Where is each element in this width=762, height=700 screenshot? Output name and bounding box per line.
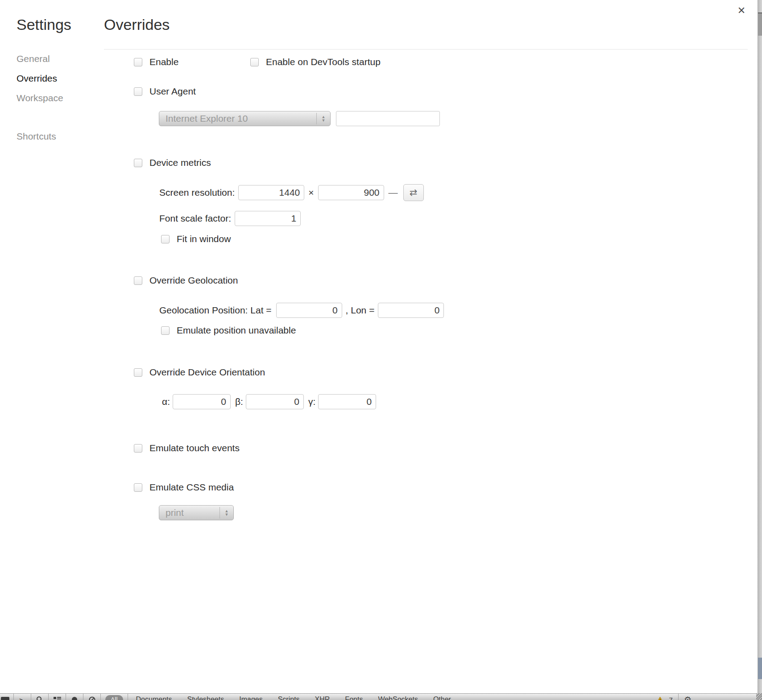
- override-orientation-checkbox[interactable]: [134, 368, 142, 377]
- emulate-touch-checkbox[interactable]: [134, 444, 142, 453]
- user-agent-selected-value: Internet Explorer 10: [159, 113, 316, 124]
- filter-all-button[interactable]: All: [105, 695, 123, 700]
- scrollbar-thumb-lower[interactable]: [758, 658, 762, 679]
- font-scale-label: Font scale factor:: [159, 213, 231, 224]
- orientation-values-row: α: β: γ:: [162, 393, 376, 411]
- user-agent-row: User Agent: [134, 86, 196, 97]
- filter-fonts[interactable]: Fonts: [345, 696, 363, 700]
- override-orientation-label: Override Device Orientation: [149, 367, 265, 378]
- user-agent-select-row: Internet Explorer 10 ▲ ▼: [159, 111, 440, 127]
- enable-on-startup-label: Enable on DevTools startup: [266, 57, 381, 67]
- fit-in-window-checkbox[interactable]: [161, 235, 170, 243]
- geolocation-position-row: Geolocation Position: Lat = , Lon =: [159, 301, 444, 319]
- sidebar-item-overrides[interactable]: Overrides: [17, 73, 57, 84]
- sidebar-item-general[interactable]: General: [17, 54, 50, 64]
- device-metrics-row: Device metrics: [134, 157, 211, 168]
- resize-grip[interactable]: [756, 693, 762, 700]
- alpha-label: α:: [162, 396, 170, 407]
- beta-input[interactable]: [246, 394, 304, 409]
- enable-checkbox[interactable]: [134, 58, 142, 66]
- user-agent-custom-input[interactable]: [336, 111, 440, 126]
- override-geolocation-checkbox[interactable]: [134, 276, 142, 285]
- settings-dialog: ✕ Settings Overrides General Overrides W…: [0, 0, 758, 693]
- filter-documents[interactable]: Documents: [136, 696, 172, 700]
- overrides-panel: Enable Enable on DevTools startup User A…: [104, 0, 752, 693]
- user-agent-select[interactable]: Internet Explorer 10 ▲ ▼: [159, 111, 331, 126]
- gamma-input[interactable]: [318, 394, 376, 409]
- list-icon: [54, 696, 61, 700]
- filter-images[interactable]: Images: [239, 696, 262, 700]
- gamma-label: γ:: [308, 396, 315, 407]
- select-arrows-icon: ▲ ▼: [220, 509, 233, 516]
- geolocation-position-label: Geolocation Position: Lat =: [159, 305, 272, 316]
- console-drawer-button[interactable]: >_: [14, 694, 31, 700]
- emulate-css-media-checkbox[interactable]: [134, 483, 142, 492]
- dash-glyph: —: [389, 187, 398, 198]
- status-bar-inner: >_: [0, 694, 762, 700]
- css-media-select-row: print ▲ ▼: [159, 505, 234, 521]
- swap-dimensions-button[interactable]: ⇄: [403, 184, 424, 201]
- user-agent-label: User Agent: [149, 86, 196, 97]
- emulate-position-unavailable-row: Emulate position unavailable: [161, 325, 296, 336]
- emulate-position-unavailable-checkbox[interactable]: [161, 326, 170, 335]
- emulate-position-unavailable-label: Emulate position unavailable: [177, 325, 296, 336]
- filter-stylesheets[interactable]: Stylesheets: [187, 696, 224, 700]
- device-metrics-label: Device metrics: [149, 157, 211, 168]
- gear-icon[interactable]: ⚙: [684, 695, 692, 700]
- search-button[interactable]: [31, 694, 49, 700]
- toolbar-divider: [128, 694, 128, 700]
- warning-icon[interactable]: [656, 696, 664, 700]
- clear-icon: [89, 696, 95, 700]
- override-geolocation-row: Override Geolocation: [134, 275, 238, 286]
- css-media-selected-value: print: [159, 507, 219, 518]
- screen-resolution-label: Screen resolution:: [159, 187, 235, 198]
- sidebar-item-shortcuts[interactable]: Shortcuts: [17, 131, 56, 142]
- filter-xhr[interactable]: XHR: [315, 696, 330, 700]
- user-agent-checkbox[interactable]: [134, 87, 142, 96]
- enable-startup-row: Enable on DevTools startup: [250, 57, 381, 67]
- override-geolocation-label: Override Geolocation: [149, 275, 238, 286]
- device-metrics-checkbox[interactable]: [134, 159, 142, 167]
- latitude-input[interactable]: [276, 303, 342, 318]
- devtools-status-bar: >_: [0, 693, 762, 700]
- filter-scripts[interactable]: Scripts: [278, 696, 300, 700]
- emulate-css-media-label: Emulate CSS media: [149, 482, 234, 493]
- scrollbar-thumb[interactable]: [758, 12, 762, 36]
- css-media-select[interactable]: print ▲ ▼: [159, 505, 234, 520]
- font-scale-input[interactable]: [235, 211, 301, 226]
- alpha-input[interactable]: [173, 394, 231, 409]
- settings-title: Settings: [17, 16, 71, 33]
- search-icon: [36, 696, 43, 700]
- emulate-css-media-row: Emulate CSS media: [134, 482, 234, 493]
- sidebar-item-workspace[interactable]: Workspace: [17, 93, 63, 103]
- longitude-input[interactable]: [378, 303, 444, 318]
- screen-height-input[interactable]: [318, 185, 384, 200]
- dock-side-button[interactable]: [0, 694, 14, 700]
- clear-button[interactable]: [83, 694, 101, 700]
- scrollbar-track[interactable]: [758, 0, 762, 693]
- emulate-touch-label: Emulate touch events: [149, 443, 240, 453]
- enable-on-startup-checkbox[interactable]: [250, 58, 259, 66]
- times-glyph: ×: [308, 187, 314, 198]
- resource-rows-button[interactable]: [49, 694, 66, 700]
- filter-websockets[interactable]: WebSockets: [378, 696, 418, 700]
- filter-other[interactable]: Other: [433, 696, 451, 700]
- enable-row: Enable: [134, 57, 178, 67]
- record-button[interactable]: [66, 694, 83, 700]
- dock-icon: [1, 697, 9, 700]
- toolbar-divider: [678, 694, 679, 700]
- devtools-settings-screen: { "dialog": { "title": "Settings", "clos…: [0, 0, 762, 700]
- resource-filters: Documents Stylesheets Images Scripts XHR…: [136, 696, 451, 700]
- record-icon: [71, 696, 78, 700]
- screen-width-input[interactable]: [238, 185, 304, 200]
- font-scale-row: Font scale factor:: [159, 210, 301, 227]
- beta-label: β:: [235, 396, 243, 407]
- fit-in-window-label: Fit in window: [177, 234, 231, 244]
- screen-resolution-row: Screen resolution: × — ⇄: [159, 184, 424, 202]
- emulate-touch-row: Emulate touch events: [134, 443, 240, 453]
- console-icon: >_: [19, 696, 25, 700]
- arrow-down-icon: ▼: [322, 119, 326, 122]
- select-arrows-icon: ▲ ▼: [317, 115, 330, 122]
- warning-count[interactable]: 7: [669, 696, 673, 700]
- status-bar-right: 7 ⚙: [656, 694, 692, 700]
